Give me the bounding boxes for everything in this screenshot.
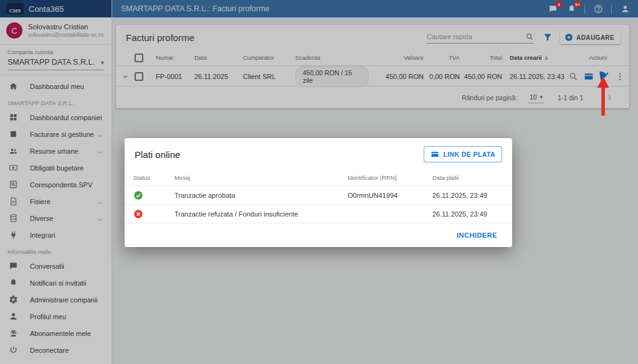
payment-rrn: O0rmnUN41994 — [348, 192, 432, 199]
error-x-icon — [133, 209, 143, 219]
modal-table-header: Status Mesaj Identificator (RRN) Data pl… — [125, 169, 512, 186]
payment-date: 26.11.2025, 23:49 — [432, 210, 503, 218]
payment-message: Tranzactie refuzata / Fonduri insuficien… — [174, 210, 348, 218]
payment-link-button[interactable]: LINK DE PLATA — [424, 146, 502, 162]
card-icon — [431, 150, 439, 159]
payment-row-declined: Tranzactie refuzata / Fonduri insuficien… — [125, 205, 512, 223]
payments-modal: Plati online LINK DE PLATA Status Mesaj … — [125, 138, 512, 247]
payment-date: 26.11.2025, 23:49 — [432, 192, 503, 199]
payment-message: Tranzactie aprobata — [174, 192, 348, 199]
app-window: C365 Conta365 C Solovastru Cristian solo… — [0, 0, 638, 364]
success-check-icon — [133, 190, 143, 200]
close-button[interactable]: INCHIDERE — [452, 228, 502, 243]
payment-row-approved: Tranzactie aprobata O0rmnUN41994 26.11.2… — [125, 186, 512, 205]
modal-title: Plati online — [135, 149, 180, 160]
annotation-arrow — [591, 75, 616, 118]
